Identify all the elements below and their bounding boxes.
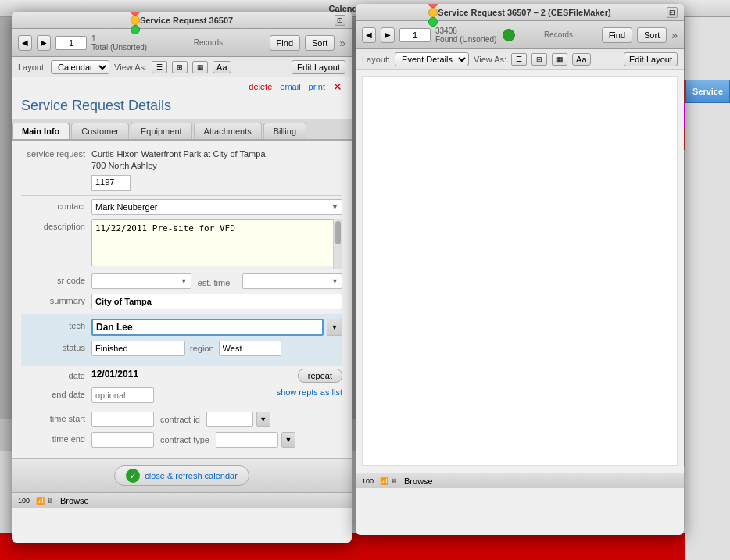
end-date-input[interactable] [91,387,154,403]
end-date-row: end date show repts as list [21,387,342,403]
time-contract-row: time start contract id ▼ [21,412,342,427]
print-link[interactable]: print [309,82,325,91]
divider1 [21,195,342,196]
tech-label: tech [21,319,91,330]
window-controls [131,12,140,34]
description-scrollbar[interactable] [333,219,342,269]
srcode-area: ▼ est. time ▼ [91,273,342,289]
status-input[interactable] [91,341,185,356]
browse-bar-1: 100 📶 🖥 Browse [12,492,352,508]
time-end-contract-type-row: time end contract type ▼ [21,432,342,448]
service-request-name: Curtis-Hixon Waterfront Park at City of … [91,147,342,159]
time-start-input[interactable] [91,412,154,427]
window2-toolbar: ◀ ▶ 33408 Found (Unsorted) Records Find … [356,21,684,49]
window2-close[interactable] [428,4,438,8]
window2-font-btn[interactable]: Aa [572,53,590,66]
window2-next[interactable]: ▶ [381,27,395,43]
right-panel: Service [685,17,730,560]
tech-section: tech Dan Lee ▼ status region [21,314,342,366]
window2-controls [428,4,438,27]
window2-min[interactable] [428,8,438,17]
sort-button[interactable]: Sort [305,35,335,51]
view-list-button[interactable]: ☰ [152,61,167,73]
tech-input[interactable]: Dan Lee [91,319,324,336]
layout-select[interactable]: Calendar [51,60,109,74]
summary-value: City of Tampa [95,297,152,306]
window2-layout-select[interactable]: Event Details [395,52,469,66]
font-btn[interactable]: Aa [213,61,231,73]
service-request-row: service request Curtis-Hixon Waterfront … [21,147,342,170]
window2-resize[interactable]: ⊡ [667,7,678,18]
contact-dropdown[interactable]: Mark Neuberger ▼ [91,199,342,215]
prev-button[interactable]: ◀ [18,35,32,51]
check-icon: ✓ [126,469,140,483]
est-time-arrow: ▼ [331,277,338,285]
tab-main-info[interactable]: Main Info [12,123,70,139]
window2-more[interactable]: » [671,29,678,41]
summary-field[interactable]: City of Tampa [91,294,342,309]
description-label: description [21,219,91,231]
resize-btn[interactable]: ⊡ [335,15,345,26]
more-button[interactable]: » [339,37,345,49]
window2-edit-layout[interactable]: Edit Layout [624,52,678,66]
window2-record-input[interactable] [399,28,431,42]
view-table-button[interactable]: ⊞ [172,61,188,73]
record-number-input[interactable] [55,36,87,50]
tab-billing[interactable]: Billing [263,123,306,139]
description-row: description 11/22/2011 Pre-site for VFD [21,219,342,269]
tab-customer[interactable]: Customer [71,123,129,139]
service-request-id-row: 1197 [21,175,342,191]
view-as-label: View As: [114,62,147,72]
window2-max[interactable] [428,17,438,27]
contract-type-area: ▼ [216,432,295,448]
tech-dropdown-arrow[interactable]: ▼ [327,319,342,336]
close-refresh-button[interactable]: ✓ close & refresh calendar [114,465,249,486]
contract-type-arrow[interactable]: ▼ [281,432,295,448]
sr-id-label [21,175,91,177]
tab-attachments[interactable]: Attachments [194,123,262,139]
delete-link[interactable]: delete [249,82,272,91]
edit-layout-button[interactable]: Edit Layout [292,60,345,74]
close-button[interactable] [131,12,140,16]
window2-view-list[interactable]: ☰ [511,53,527,66]
window2-view-grid[interactable]: ▦ [552,53,567,66]
contact-label: contact [21,199,91,211]
repeat-button[interactable]: repeat [298,369,342,383]
est-time-dropdown[interactable]: ▼ [242,273,342,289]
contract-type-input[interactable] [216,432,278,448]
srcode-dropdown[interactable]: ▼ [91,273,191,289]
window2-prev[interactable]: ◀ [362,27,376,43]
contract-id-arrow[interactable]: ▼ [256,412,270,427]
srcode-label: sr code [21,273,91,285]
tab-equipment[interactable]: Equipment [131,123,192,139]
window2-find[interactable]: Find [602,27,632,43]
maximize-button[interactable] [131,25,140,34]
next-button[interactable]: ▶ [37,35,51,51]
scroll-thumb [335,221,341,244]
tech-row: tech Dan Lee ▼ [21,319,342,336]
window2-record-info: 33408 Found (Unsorted) [435,27,496,44]
find-button[interactable]: Find [270,35,300,51]
close-x-button[interactable]: ✕ [333,80,342,93]
email-link[interactable]: email [280,82,300,91]
region-input[interactable] [219,341,281,356]
show-repts-link[interactable]: show repts as list [277,387,342,397]
sr-id-field[interactable]: 1197 [91,175,131,191]
summary-row: summary City of Tampa [21,294,342,309]
service-button[interactable]: Service [685,80,730,103]
window2-view-as: View As: [474,55,506,64]
window2-layout-bar: Layout: Event Details View As: ☰ ⊞ ▦ Aa … [356,49,684,70]
view-grid-button[interactable]: ▦ [192,61,208,73]
window2-view-table[interactable]: ⊞ [531,53,547,66]
browse-bar-2: 100 📶 🖥 Browse [356,473,684,488]
detail-actions: delete email print ✕ [12,77,352,96]
summary-label: summary [21,294,91,305]
date-value: 12/01/2011 [91,369,138,380]
time-end-input[interactable] [91,432,154,448]
bottom-bar: ✓ close & refresh calendar [12,458,352,492]
tabs-bar: Main Info Customer Equipment Attachments… [12,119,352,141]
minimize-button[interactable] [131,16,140,25]
window2-sort[interactable]: Sort [637,27,667,43]
description-textarea[interactable]: 11/22/2011 Pre-site for VFD [91,219,342,266]
contract-id-input[interactable] [206,412,253,427]
